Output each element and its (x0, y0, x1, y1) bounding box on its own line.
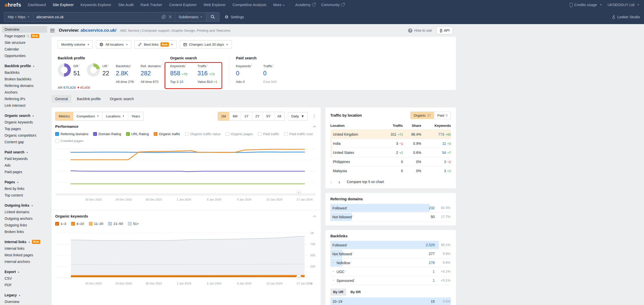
sidebar-item-anchors[interactable]: Anchors (2, 89, 47, 96)
sidebar-item-outgoing-anchors[interactable]: Outgoing anchors (2, 215, 47, 222)
nav-item-ukseoguy-ltd[interactable]: UKSEOGUY Ltd▼ (608, 3, 639, 7)
sidebar-item-ads[interactable]: Ads (2, 162, 47, 169)
sidebar-item-site-structure[interactable]: Site structure (2, 39, 47, 46)
filter-all-locations[interactable]: All locations▼ (96, 40, 131, 49)
collapse-icon[interactable] (312, 125, 317, 128)
filter-best-links[interactable]: Best linksNew▼ (134, 40, 176, 49)
keywords-value[interactable]: 773+65 (421, 130, 451, 139)
nav-item-academy[interactable]: Academy (295, 3, 315, 7)
range-6m[interactable]: 6M (229, 112, 241, 120)
legend-checkbox-21-50[interactable]: ✓21–50 (108, 222, 123, 226)
ref-domains-value[interactable]: 282 (140, 70, 162, 77)
legend-checkbox-11-20[interactable]: ✓11–20 (89, 222, 104, 226)
legend-checkbox-referring-domains[interactable]: ✓Referring domains (55, 132, 88, 136)
target-url-input[interactable]: abcservice.co.uk (33, 12, 175, 22)
next-page-icon[interactable]: › (338, 180, 340, 184)
nav-item-competitive-analysis[interactable]: Competitive Analysis (233, 3, 267, 7)
legend-checkbox-organic-traffic[interactable]: ✓Organic traffic (154, 132, 180, 136)
sidebar-section-pages[interactable]: Pages▲ (2, 179, 47, 185)
settings-button[interactable]: Settings (225, 15, 244, 19)
range-2y[interactable]: 2Y (252, 112, 263, 120)
nav-item-rank-tracker[interactable]: Rank Tracker (140, 3, 162, 7)
sidebar-section-outgoing-links[interactable]: Outgoing links▲ (2, 202, 47, 209)
sidebar-item-internal-links[interactable]: Internal links (2, 245, 47, 252)
performance-chart[interactable]: 20 Dec 202324 Dec 202328 Dec 20231 Jan 2… (55, 143, 317, 206)
toggle-by-dr[interactable]: By DR (348, 289, 364, 296)
keywords-value[interactable]: 3+2 (421, 166, 451, 175)
keywords-value[interactable]: 54+7 (421, 148, 451, 157)
tab-general[interactable]: General (52, 95, 71, 103)
legend-checkbox-organic-pages[interactable]: Organic pages (226, 132, 253, 136)
nav-item-dashboard[interactable]: Dashboard (28, 3, 46, 7)
sidebar-item-outgoing-links[interactable]: Outgoing links (2, 222, 47, 228)
menu-toggle-icon[interactable] (50, 29, 55, 32)
api-button[interactable]: { }API (436, 27, 453, 34)
ads-link[interactable]: 0 (243, 80, 245, 84)
legend-checkbox-1-3[interactable]: ✓1–3 (55, 222, 66, 226)
control-years[interactable]: Years (128, 112, 143, 120)
toggle-paid[interactable]: Paid0 (434, 112, 451, 119)
range-all[interactable]: All (274, 112, 285, 120)
sidebar-section-export[interactable]: Export▲ (2, 268, 47, 275)
sidebar-item-broken-backlinks[interactable]: Broken backlinks (2, 76, 47, 82)
paid-keywords-value[interactable]: 0 (236, 70, 252, 77)
sidebar-item-most-linked-pages[interactable]: Most linked pages (2, 252, 47, 258)
toggle-by-ur[interactable]: By UR (330, 289, 346, 296)
sidebar-item-link-intersect[interactable]: Link intersect (2, 102, 47, 109)
nav-item-keywords-explorer[interactable]: Keywords Explorer (80, 3, 111, 7)
ahrefs-logo[interactable]: ahrefs (5, 2, 21, 8)
sidebar-section-internal-links[interactable]: Internal links▲New (2, 239, 47, 245)
nav-item-site-explorer[interactable]: Site Explorer (53, 3, 74, 7)
sidebar-item-opportunities[interactable]: Opportunities (2, 52, 47, 59)
search-button[interactable] (206, 12, 219, 22)
looker-studio-link[interactable]: Looker Studio (612, 15, 640, 19)
sidebar-section-paid-search[interactable]: Paid search▲ (2, 149, 47, 155)
top3-link[interactable]: 10 (179, 80, 183, 84)
sidebar-item-broken-links[interactable]: Broken links (2, 228, 47, 235)
keywords-value[interactable]: 3−2 (421, 157, 451, 166)
sidebar-item-internal-anchors[interactable]: Internal anchors (2, 258, 47, 265)
how-to-use-button[interactable]: ?How to use (408, 28, 432, 33)
sidebar-item-paid-pages[interactable]: Paid pages (2, 169, 47, 175)
sidebar-item-best-by-links[interactable]: Best by links (2, 185, 47, 192)
legend-checkbox-4-10[interactable]: ✓4–10 (71, 222, 84, 226)
target-domain-link[interactable]: abcservice.co.uk/ (80, 28, 116, 33)
legend-checkbox-51+[interactable]: ✓51+ (128, 222, 139, 226)
sidebar-item-referring-ips[interactable]: Referring IPs (2, 96, 47, 102)
sidebar-section-organic-search[interactable]: Organic search▲ (2, 112, 47, 119)
sidebar-item-organic-competitors[interactable]: Organic competitors (2, 132, 47, 139)
tab-backlink-profile[interactable]: Backlink profile (73, 95, 104, 103)
nav-item-content-explorer[interactable]: Content Explorer (169, 3, 197, 7)
prev-page-icon[interactable]: ‹ (330, 180, 332, 184)
sidebar-item-overview[interactable]: Overview (2, 26, 47, 33)
range-5y[interactable]: 5Y (263, 112, 274, 120)
bar-value[interactable]: 1 (433, 270, 435, 274)
sidebar-item-csv[interactable]: CSV (2, 275, 47, 282)
clear-input-icon[interactable] (169, 15, 172, 19)
paid-traffic-value[interactable]: 0 (263, 70, 277, 77)
organic-keywords-value[interactable]: 858 (170, 70, 180, 77)
sidebar-item-backlinks[interactable]: Backlinks (2, 69, 47, 76)
legend-checkbox-crawled-pages[interactable]: Crawled pages (55, 139, 83, 143)
sidebar-item-pdf[interactable]: PDF (2, 282, 47, 288)
sidebar-item-top-content[interactable]: Top content (2, 192, 47, 199)
sidebar-item-content-gap[interactable]: Content gap (2, 139, 47, 145)
nav-item-credits-usage[interactable]: Credits usage▼ (570, 3, 602, 7)
organic-traffic-value[interactable]: 316 (197, 70, 208, 77)
nav-item-web-explorer[interactable]: Web Explorer (204, 3, 226, 7)
legend-checkbox-domain-rating[interactable]: ✓Domain Rating (93, 132, 121, 136)
scope-dropdown[interactable]: Subdomains▼ (175, 12, 206, 22)
sidebar-item-calendar[interactable]: Calendar (2, 46, 47, 52)
legend-checkbox-organic-traffic-value[interactable]: Organic traffic value (185, 132, 221, 136)
filter-monthly-volume[interactable]: Monthly volume▼ (58, 40, 93, 49)
sidebar-item-referring-domains[interactable]: Referring domains (2, 82, 47, 89)
sidebar-item-linked-domains[interactable]: Linked domains (2, 209, 47, 215)
legend-checkbox-paid-traffic-cost[interactable]: Paid traffic cost (284, 132, 313, 136)
tab-organic-search[interactable]: Organic search (106, 95, 137, 103)
more-options-icon[interactable]: ⋮ (311, 114, 317, 119)
control-metrics[interactable]: Metrics (55, 112, 73, 120)
collapse-icon[interactable] (312, 215, 317, 217)
sidebar-item-organic-keywords[interactable]: Organic keywords (2, 119, 47, 125)
backlinks-value[interactable]: 2.8K (116, 70, 134, 77)
control-competitors[interactable]: Competitors▼ (73, 112, 103, 120)
